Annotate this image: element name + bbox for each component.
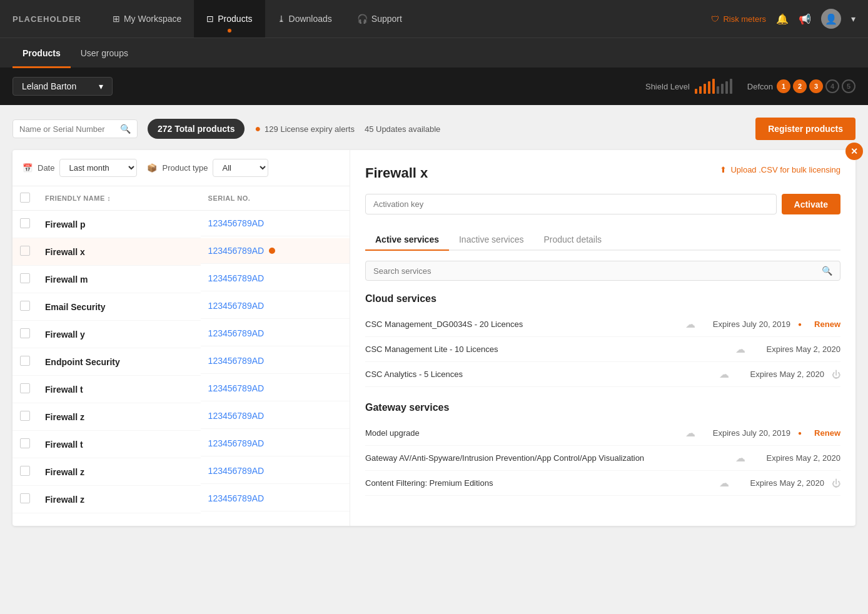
- row-checkbox-2[interactable]: [20, 246, 30, 256]
- serial-link[interactable]: 123456789AD: [208, 301, 265, 311]
- service-expiry: Expires May 2, 2020: [737, 478, 824, 488]
- nav-right: 🛡 Risk meters 🔔 📢 👤 ▾: [711, 9, 855, 29]
- activate-button[interactable]: Activate: [782, 194, 840, 214]
- serial-link[interactable]: 123456789AD: [208, 493, 265, 503]
- table-row[interactable]: Firewall z 123456789AD: [13, 403, 350, 431]
- row-checkbox-10[interactable]: [20, 466, 30, 476]
- product-name: Firewall t: [45, 440, 83, 450]
- table-row[interactable]: Firewall m 123456789AD: [13, 266, 350, 293]
- account-selector[interactable]: Leland Barton ▾: [13, 77, 113, 96]
- row-checkbox-9[interactable]: [20, 438, 30, 448]
- service-row: CSC Analytics - 5 Licences ☁ Expires May…: [365, 362, 840, 387]
- search-icon: 🔍: [120, 124, 131, 134]
- shield-bars: [695, 79, 732, 94]
- power-icon[interactable]: ⏻: [832, 370, 840, 380]
- risk-meters-btn[interactable]: 🛡 Risk meters: [711, 14, 766, 24]
- row-checkbox-11[interactable]: [20, 493, 30, 503]
- power-icon[interactable]: ⏻: [832, 478, 840, 488]
- megaphone-btn[interactable]: 📢: [799, 13, 811, 25]
- sub-nav-user-groups-label: User groups: [81, 48, 128, 58]
- services-sections: Cloud services CSC Management_DG0034S - …: [365, 293, 840, 496]
- defcon-3[interactable]: 3: [809, 79, 823, 93]
- serial-link[interactable]: 123456789AD: [208, 383, 265, 393]
- nav-item-downloads[interactable]: ⤓ Downloads: [265, 0, 345, 38]
- user-menu-chevron[interactable]: ▾: [851, 14, 855, 24]
- shield-bar-5: [712, 79, 715, 94]
- risk-meters-label: Risk meters: [723, 14, 766, 24]
- close-detail-button[interactable]: ✕: [845, 143, 863, 160]
- row-checkbox-5[interactable]: [20, 328, 30, 338]
- service-name: Gateway AV/Anti-Spyware/Intrusion Preven…: [365, 453, 728, 463]
- col-friendly-name[interactable]: Friendly Name ↕: [38, 186, 201, 211]
- search-box[interactable]: 🔍: [13, 119, 138, 138]
- shield-bar-6: [717, 86, 719, 94]
- sub-nav-user-groups[interactable]: User groups: [71, 38, 138, 68]
- user-avatar[interactable]: 👤: [821, 9, 841, 29]
- serial-link[interactable]: 123456789AD: [208, 466, 265, 476]
- table-row[interactable]: Firewall y 123456789AD: [13, 321, 350, 348]
- product-type-label: Product type: [162, 163, 208, 173]
- table-row[interactable]: Endpoint Security 123456789AD: [13, 348, 350, 376]
- expiry-dot-icon: ●: [798, 430, 802, 436]
- row-checkbox-7[interactable]: [20, 383, 30, 393]
- register-products-button[interactable]: Register products: [755, 118, 855, 140]
- upload-csv-link[interactable]: ⬆ Upload .CSV for bulk licensing: [720, 165, 840, 174]
- tab-product-details[interactable]: Product details: [533, 229, 612, 251]
- nav-item-support[interactable]: 🎧 Support: [345, 0, 415, 38]
- select-all-checkbox[interactable]: [20, 193, 30, 203]
- service-section: Gateway services Model upgrade ☁ Expires…: [365, 402, 840, 496]
- sub-nav-products[interactable]: Products: [13, 38, 71, 68]
- nav-item-products[interactable]: ⊡ Products: [194, 0, 265, 38]
- tab-inactive-services[interactable]: Inactive services: [449, 229, 533, 251]
- defcon: Defcon 1 2 3 4 5: [747, 79, 855, 93]
- serial-link[interactable]: 123456789AD: [208, 273, 265, 283]
- defcon-5[interactable]: 5: [842, 79, 855, 93]
- defcon-2[interactable]: 2: [793, 79, 807, 93]
- search-services-box[interactable]: 🔍: [365, 261, 840, 281]
- table-row[interactable]: Firewall p 123456789AD: [13, 211, 350, 238]
- shield-bar-1: [695, 89, 697, 94]
- serial-link[interactable]: 123456789AD: [208, 438, 265, 448]
- defcon-4[interactable]: 4: [825, 79, 839, 93]
- nav-item-workspace[interactable]: ⊞ My Workspace: [100, 0, 194, 38]
- serial-link[interactable]: 123456789AD: [208, 218, 265, 228]
- search-services-input[interactable]: [373, 266, 822, 276]
- table-row[interactable]: Firewall z 123456789AD: [13, 458, 350, 486]
- defcon-1[interactable]: 1: [777, 79, 790, 93]
- table-row[interactable]: Email Security 123456789AD: [13, 293, 350, 321]
- product-name: Endpoint Security: [45, 357, 120, 367]
- renew-link[interactable]: Renew: [814, 320, 840, 329]
- serial-link[interactable]: 123456789AD: [208, 246, 265, 256]
- serial-link[interactable]: 123456789AD: [208, 356, 265, 366]
- tab-active-services[interactable]: Active services: [365, 229, 449, 251]
- product-name: Firewall m: [45, 274, 88, 284]
- notification-bell-btn[interactable]: 🔔: [776, 13, 789, 25]
- table-row[interactable]: Firewall t 123456789AD: [13, 431, 350, 458]
- table-row[interactable]: Firewall t 123456789AD: [13, 376, 350, 403]
- detail-tabs: Active services Inactive services Produc…: [365, 229, 840, 251]
- table-row[interactable]: Firewall x 123456789AD: [13, 238, 350, 266]
- product-type-select[interactable]: All Firewall Security: [213, 159, 268, 177]
- activation-key-input[interactable]: [365, 194, 777, 214]
- row-checkbox-6[interactable]: [20, 356, 30, 366]
- search-services-icon: 🔍: [822, 266, 832, 276]
- renew-link[interactable]: Renew: [814, 428, 840, 438]
- row-checkbox-1[interactable]: [20, 218, 30, 228]
- table-row[interactable]: Firewall z 123456789AD: [13, 486, 350, 513]
- main-content: 🔍 272 Total products ● 129 License expir…: [0, 105, 868, 538]
- serial-link[interactable]: 123456789AD: [208, 411, 265, 421]
- row-checkbox-4[interactable]: [20, 301, 30, 311]
- row-checkbox-3[interactable]: [20, 273, 30, 283]
- row-checkbox-8[interactable]: [20, 411, 30, 421]
- service-expiry: Expires July 20, 2019: [703, 428, 790, 438]
- updates-available-info: 45 Updates available: [365, 124, 440, 134]
- date-filter-select[interactable]: Last month Last 3 months Last year: [59, 159, 137, 177]
- search-input[interactable]: [19, 124, 120, 134]
- activation-row: Activate: [365, 194, 840, 214]
- service-name: CSC Management Lite - 10 Licences: [365, 345, 728, 354]
- serial-link[interactable]: 123456789AD: [208, 328, 265, 338]
- products-icon: ⊡: [206, 14, 214, 24]
- service-name: CSC Management_DG0034S - 20 Licences: [365, 320, 678, 329]
- date-filter-group: 📅 Date Last month Last 3 months Last yea…: [23, 159, 137, 177]
- service-expiry: Expires July 20, 2019: [703, 320, 790, 329]
